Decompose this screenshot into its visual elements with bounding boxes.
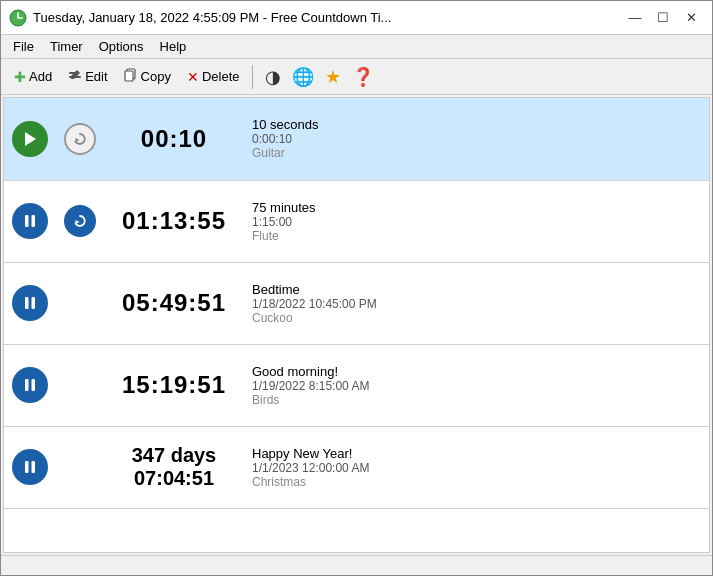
play-button[interactable] <box>12 121 48 157</box>
svg-rect-13 <box>32 379 36 391</box>
window-title: Tuesday, January 18, 2022 4:55:09 PM - F… <box>33 10 391 25</box>
replay-cell <box>56 180 104 262</box>
edit-button[interactable]: Edit <box>61 64 114 89</box>
timer-sound: Cuckoo <box>252 311 701 325</box>
timer-sound: Flute <box>252 229 701 243</box>
window-controls: — ☐ ✕ <box>622 7 704 29</box>
toolbar-separator <box>252 65 253 89</box>
pause-button[interactable] <box>12 285 48 321</box>
timer-info-cell: Happy New Year! 1/1/2023 12:00:00 AM Chr… <box>244 426 709 508</box>
menu-timer[interactable]: Timer <box>42 37 91 56</box>
menu-file[interactable]: File <box>5 37 42 56</box>
delete-button[interactable]: ✕ Delete <box>180 65 247 89</box>
timer-name: Happy New Year! <box>252 446 701 461</box>
svg-rect-15 <box>32 461 36 473</box>
timer-name: 75 minutes <box>252 200 701 215</box>
add-button[interactable]: ✚ Add <box>7 65 59 89</box>
pause-button[interactable] <box>12 367 48 403</box>
replay-cell <box>56 98 104 180</box>
half-circle-button[interactable]: ◑ <box>259 63 287 91</box>
svg-rect-7 <box>25 215 29 227</box>
star-icon: ★ <box>325 66 341 88</box>
timer-name: 10 seconds <box>252 117 701 132</box>
timer-sound: Guitar <box>252 146 701 160</box>
play-pause-cell <box>4 180 56 262</box>
replay-cell <box>56 426 104 508</box>
minimize-button[interactable]: — <box>622 7 648 29</box>
timer-info-cell: 10 seconds 0:00:10 Guitar <box>244 98 709 180</box>
title-bar: Tuesday, January 18, 2022 4:55:09 PM - F… <box>1 1 712 35</box>
maximize-button[interactable]: ☐ <box>650 7 676 29</box>
table-row[interactable]: 01:13:55 75 minutes 1:15:00 Flute <box>4 180 709 262</box>
svg-marker-6 <box>76 138 80 142</box>
table-row[interactable]: 00:10 10 seconds 0:00:10 Guitar <box>4 98 709 180</box>
main-window: Tuesday, January 18, 2022 4:55:09 PM - F… <box>0 0 713 576</box>
add-icon: ✚ <box>14 69 26 85</box>
time-display: 15:19:51 <box>122 371 226 398</box>
content-area: 00:10 10 seconds 0:00:10 Guitar <box>3 97 710 553</box>
time-display-hms: 07:04:51 <box>112 467 236 490</box>
copy-icon <box>124 68 138 85</box>
pause-button[interactable] <box>12 203 48 239</box>
replay-button[interactable] <box>64 205 96 237</box>
help-icon: ❓ <box>352 66 374 88</box>
copy-button[interactable]: Copy <box>117 64 178 89</box>
timer-name: Good morning! <box>252 364 701 379</box>
toolbar: ✚ Add Edit Copy ✕ Del <box>1 59 712 95</box>
time-display-days: 347 days <box>112 444 236 467</box>
title-bar-left: Tuesday, January 18, 2022 4:55:09 PM - F… <box>9 9 391 27</box>
time-display-cell: 15:19:51 <box>104 344 244 426</box>
svg-rect-14 <box>25 461 29 473</box>
play-pause-cell <box>4 98 56 180</box>
timer-name: Bedtime <box>252 282 701 297</box>
svg-marker-5 <box>25 132 36 146</box>
star-button[interactable]: ★ <box>319 63 347 91</box>
table-row[interactable]: 05:49:51 Bedtime 1/18/2022 10:45:00 PM C… <box>4 262 709 344</box>
pause-button[interactable] <box>12 449 48 485</box>
svg-rect-4 <box>125 71 133 81</box>
timer-list: 00:10 10 seconds 0:00:10 Guitar <box>4 98 709 509</box>
timer-detail: 1/19/2022 8:15:00 AM <box>252 379 701 393</box>
timer-info-cell: Bedtime 1/18/2022 10:45:00 PM Cuckoo <box>244 262 709 344</box>
timer-detail: 1/18/2022 10:45:00 PM <box>252 297 701 311</box>
timer-sound: Birds <box>252 393 701 407</box>
half-circle-icon: ◑ <box>265 66 281 88</box>
time-display-cell: 05:49:51 <box>104 262 244 344</box>
timer-info-cell: 75 minutes 1:15:00 Flute <box>244 180 709 262</box>
table-row[interactable]: 347 days 07:04:51 Happy New Year! 1/1/20… <box>4 426 709 508</box>
menu-bar: File Timer Options Help <box>1 35 712 59</box>
timer-detail: 0:00:10 <box>252 132 701 146</box>
table-row[interactable]: 15:19:51 Good morning! 1/19/2022 8:15:00… <box>4 344 709 426</box>
time-display-cell: 01:13:55 <box>104 180 244 262</box>
replay-button[interactable] <box>64 123 96 155</box>
svg-marker-9 <box>76 220 80 224</box>
timer-sound: Christmas <box>252 475 701 489</box>
time-display: 00:10 <box>141 125 207 152</box>
play-pause-cell <box>4 262 56 344</box>
menu-options[interactable]: Options <box>91 37 152 56</box>
play-pause-cell <box>4 344 56 426</box>
menu-help[interactable]: Help <box>152 37 195 56</box>
svg-rect-10 <box>25 297 29 309</box>
time-display-cell: 00:10 <box>104 98 244 180</box>
edit-icon <box>68 68 82 85</box>
close-button[interactable]: ✕ <box>678 7 704 29</box>
delete-icon: ✕ <box>187 69 199 85</box>
globe-button[interactable]: 🌐 <box>289 63 317 91</box>
status-bar <box>1 555 712 575</box>
replay-cell <box>56 344 104 426</box>
time-display: 05:49:51 <box>122 289 226 316</box>
replay-cell <box>56 262 104 344</box>
timer-info-cell: Good morning! 1/19/2022 8:15:00 AM Birds <box>244 344 709 426</box>
time-display: 01:13:55 <box>122 207 226 234</box>
help-button[interactable]: ❓ <box>349 63 377 91</box>
svg-rect-11 <box>32 297 36 309</box>
timer-detail: 1/1/2023 12:00:00 AM <box>252 461 701 475</box>
svg-rect-8 <box>32 215 36 227</box>
globe-icon: 🌐 <box>292 66 314 88</box>
play-pause-cell <box>4 426 56 508</box>
svg-rect-12 <box>25 379 29 391</box>
timer-detail: 1:15:00 <box>252 215 701 229</box>
time-display-cell: 347 days 07:04:51 <box>104 426 244 508</box>
app-icon <box>9 9 27 27</box>
